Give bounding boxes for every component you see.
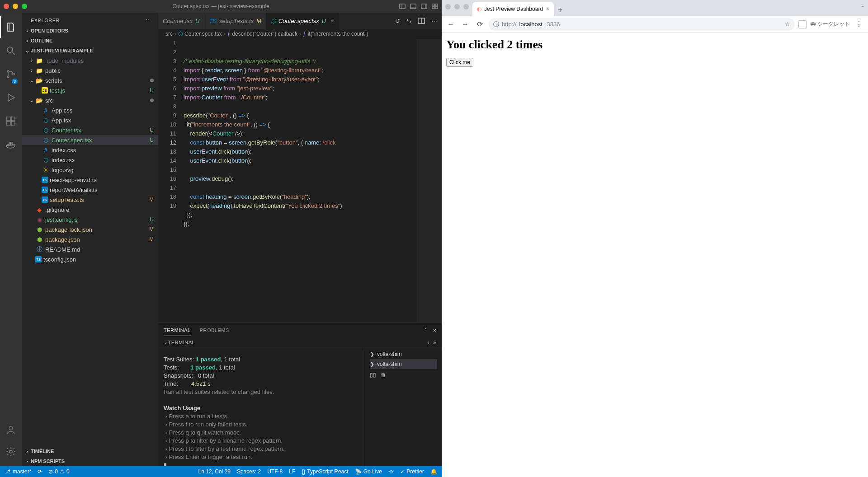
panel-bottom-icon[interactable] [410,3,416,9]
breadcrumb[interactable]: src› ⬡Couter.spec.tsx› ƒdescribe("Couter… [158,29,442,39]
settings-activity[interactable] [0,441,22,463]
panel-close-icon[interactable]: × [433,327,436,334]
file-readme[interactable]: ⓘREADME.md [22,244,158,254]
breadcrumb-item[interactable]: src [165,31,173,37]
search-activity[interactable] [0,40,22,61]
folder-root-section[interactable]: ⌄JEST-PREVIEW-EXAMPLE [22,46,158,56]
minimize-window-button[interactable] [13,4,18,9]
file-logosvg[interactable]: ✳logo.svg [22,165,158,175]
file-pkglock[interactable]: ⬢package-lock.jsonM [22,224,158,234]
panel-right-icon[interactable] [421,3,427,9]
accounts-activity[interactable] [0,419,22,441]
kill-terminal-icon[interactable]: 🗑 [381,371,386,379]
folder-public[interactable]: ›📁public [22,65,158,75]
forward-button[interactable]: → [460,20,471,28]
close-window-button[interactable] [4,4,9,9]
terminal-group-header[interactable]: ⌄ TERMINAL ›» [158,337,442,347]
close-tab-button[interactable]: × [330,18,334,24]
outline-section[interactable]: ›OUTLINE [22,36,158,46]
zoom-browser-button[interactable] [463,4,469,9]
terminal-instance[interactable]: ❯volta-shim [370,349,437,359]
sidebar-more-button[interactable]: ⋯ [144,17,150,23]
breadcrumb-item[interactable]: describe("Couter") callback [232,31,297,37]
file-appcss[interactable]: #App.css [22,105,158,115]
extensions-activity[interactable] [0,110,22,132]
file-reportvitals[interactable]: TSreportWebVitals.ts [22,185,158,195]
file-reactenv[interactable]: TSreact-app-env.d.ts [22,175,158,185]
file-pkg[interactable]: ⬢package.jsonM [22,234,158,244]
close-browser-button[interactable] [445,4,451,9]
tab-setuptests[interactable]: TSsetupTests.tsM [204,13,266,29]
terminal-tab[interactable]: TERMINAL [164,325,191,336]
language-mode-item[interactable]: {}TypeScript React [302,468,348,475]
explorer-sidebar: EXPLORER ⋯ ›OPEN EDITORS ›OUTLINE ⌄JEST-… [22,13,158,466]
docker-activity[interactable] [0,134,22,155]
close-browser-tab-button[interactable]: × [546,6,549,12]
tab-counter[interactable]: Counter.tsxU [158,13,204,29]
file-setuptests[interactable]: TSsetupTests.tsM [22,195,158,205]
terminal-prev-icon[interactable]: › [428,340,429,345]
folder-src[interactable]: ⌄📂src [22,95,158,105]
terminal-instance[interactable]: ❯volta-shim [370,359,437,369]
problems-item[interactable]: ⊘0 ⚠0 [48,468,69,475]
terminal-next-icon[interactable]: » [433,340,436,345]
run-debug-activity[interactable] [0,87,22,108]
extensions-button[interactable] [798,20,807,28]
bookmark-icon[interactable]: ☆ [785,21,790,28]
file-countertsx[interactable]: ⬡Counter.tsxU [22,125,158,135]
minimize-browser-button[interactable] [454,4,460,9]
problems-tab[interactable]: PROBLEMS [200,325,229,336]
site-info-icon[interactable]: ⓘ [493,20,499,28]
encoding-item[interactable]: UTF-8 [267,468,283,475]
folder-node-modules[interactable]: ›📁node_modules [22,56,158,65]
browser-window: ◐ Jest Preview Dashboard × + ˅ ← → ⟳ ⓘ h… [442,0,868,477]
layout-grid-icon[interactable] [432,3,438,9]
explorer-activity[interactable] [0,16,22,38]
file-testjs[interactable]: JStest.jsU [22,85,158,95]
click-me-button[interactable]: Click me [446,58,473,67]
file-indexcss[interactable]: #index.css [22,145,158,155]
browser-tab[interactable]: ◐ Jest Preview Dashboard × [472,2,554,16]
cursor-position-item[interactable]: Ln 12, Col 29 [198,468,231,475]
reload-button[interactable]: ⟳ [474,20,485,28]
more-actions-button[interactable]: ⋯ [431,18,437,24]
timeline-section[interactable]: ›TIMELINE [22,446,158,456]
go-live-item[interactable]: 📡Go Live [355,468,382,475]
new-tab-button[interactable]: + [554,4,566,16]
tab-couterspec[interactable]: ⬡Couter.spec.tsxU× [266,13,339,29]
address-bar[interactable]: ⓘ http://localhost:3336 ☆ [489,18,795,31]
prettier-item[interactable]: ✓Prettier [400,468,424,475]
file-tsconfig[interactable]: TStsconfig.json [22,254,158,264]
branch-item[interactable]: ⎇master* [5,468,31,475]
folder-scripts[interactable]: ⌄📂scripts [22,75,158,85]
tab-overflow-button[interactable]: ˅ [861,5,864,12]
panel-maximize-icon[interactable]: ˄ [424,327,427,334]
browser-menu-button[interactable]: ⋮ [854,20,864,28]
timeline-icon[interactable]: ↺ [395,18,400,24]
npm-scripts-section[interactable]: ›NPM SCRIPTS [22,456,158,466]
notifications-item[interactable]: 🔔 [430,468,437,475]
feedback-item[interactable]: ☺ [388,468,394,475]
code-content[interactable]: /* eslint-disable testing-library/no-deb… [184,39,416,323]
code-editor[interactable]: 12345678910111213141516171819 /* eslint-… [158,39,442,323]
file-apptsx[interactable]: ⬡App.tsx [22,115,158,125]
file-couterspec[interactable]: ⬡Couter.spec.tsxU [22,135,158,145]
zoom-window-button[interactable] [22,4,27,9]
source-control-activity[interactable]: 8 [0,63,22,85]
file-jestconfig[interactable]: ◉jest.config.jsU [22,215,158,224]
terminal-output[interactable]: Test Suites: 1 passed, 1 total Tests: 1 … [158,347,365,466]
compare-icon[interactable]: ⇆ [406,18,411,24]
back-button[interactable]: ← [445,20,456,28]
breadcrumb-item[interactable]: it("increments the count") [308,31,368,37]
indentation-item[interactable]: Spaces: 2 [237,468,261,475]
panel-left-icon[interactable] [399,3,406,9]
open-editors-section[interactable]: ›OPEN EDITORS [22,26,158,36]
split-terminal-icon[interactable]: ▯▯ [370,371,376,379]
file-indextsx[interactable]: ⬡index.tsx [22,155,158,165]
breadcrumb-item[interactable]: Couter.spec.tsx [184,31,222,37]
sync-item[interactable]: ⟳ [38,468,42,475]
file-gitignore[interactable]: ◆.gitignore [22,205,158,215]
split-editor-icon[interactable] [418,17,425,24]
eol-item[interactable]: LF [289,468,295,475]
minimap[interactable] [416,39,442,323]
